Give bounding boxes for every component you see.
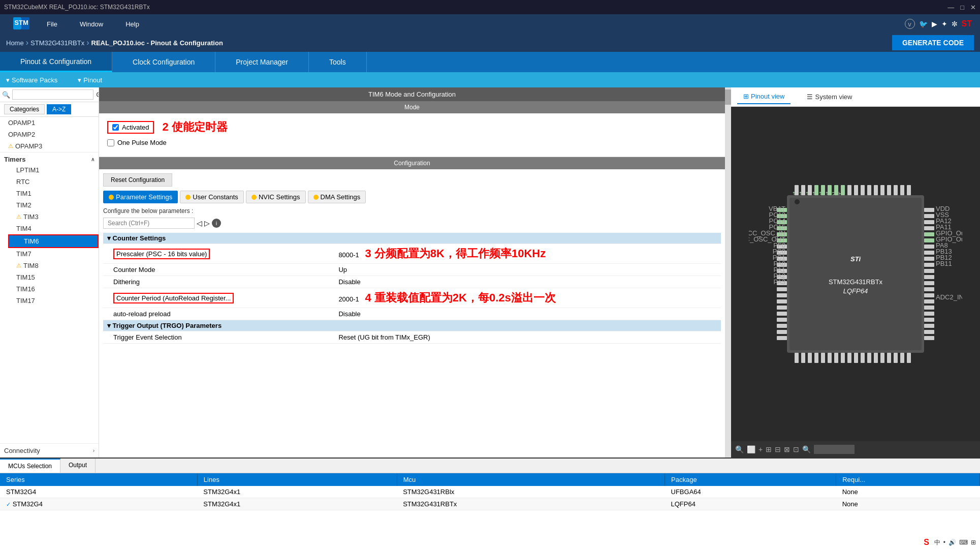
vscroll[interactable] [725,87,731,458]
svg-rect-69 [854,185,858,195]
table-row: Dithering Disable [103,276,721,288]
info-icon: i [212,219,221,228]
sidebar-item-tim6[interactable]: ✓ TIM6 [8,234,99,248]
sidebar-item-tim1[interactable]: TIM1 [8,188,99,199]
file-menu[interactable]: File [37,17,68,31]
svg-rect-66 [834,185,838,195]
config-content: TIM6 Mode and Configuration Mode Activat… [99,87,725,458]
sidebar-item-tim3[interactable]: ⚠ TIM3 [8,211,99,223]
settings-icon[interactable]: ⚙ [96,90,99,99]
sidebar-item-tim17[interactable]: TIM17 [8,295,99,307]
tab-tools[interactable]: Tools [309,52,367,72]
subtab-software-packs[interactable]: ▾ Software Packs [6,76,57,84]
window-menu[interactable]: Window [70,17,113,31]
dot-nvic [251,195,257,200]
status-dot: • [943,539,945,546]
sidebar-search-input[interactable] [12,89,93,100]
connectivity-label: Connectivity [4,447,40,454]
tab-pinout-config[interactable]: Pinout & Configuration [0,52,112,72]
system-view-tab[interactable]: ☰ System view [801,90,858,104]
one-pulse-checkbox[interactable] [107,139,114,146]
row1-mcu: STM32G431RBlx [397,486,665,498]
close-button[interactable]: ✕ [970,4,976,11]
svg-rect-68 [847,185,851,195]
logo: STM [8,15,35,33]
th-mcu: Mcu [397,473,665,486]
sidebar-item-tim15[interactable]: TIM15 [8,271,99,283]
help-menu[interactable]: Help [115,17,149,31]
sidebar-item-opamp3[interactable]: ⚠ OPAMP3 [0,140,99,152]
layout-icon-3[interactable]: ⊠ [784,445,790,453]
svg-rect-64 [821,185,825,195]
svg-rect-58 [924,330,934,334]
sidebar-item-tim8[interactable]: ⚠ TIM8 [8,260,99,271]
svg-rect-47 [924,263,934,267]
sidebar-item-tim2[interactable]: TIM2 [8,199,99,211]
minimize-button[interactable]: — [947,4,954,11]
svg-rect-82 [821,353,825,363]
zoom-in-icon[interactable]: + [758,445,763,453]
next-search-icon[interactable]: ▷ [204,219,210,227]
svg-rect-93 [894,353,898,363]
maximize-button[interactable]: □ [960,4,964,11]
zoom-out-icon[interactable]: 🔍 [735,445,744,453]
param-tab-settings[interactable]: Parameter Settings [103,191,178,203]
layout-icon-4[interactable]: ⊡ [793,445,799,453]
search-zoom-icon[interactable]: 🔍 [802,445,811,453]
sidebar-item-rtc[interactable]: RTC [8,176,99,188]
sidebar-item-tim7[interactable]: TIM7 [8,248,99,260]
layout-icon-2[interactable]: ⊟ [775,445,781,453]
bottom-tab-output[interactable]: Output [60,459,96,473]
collapse-timers-icon: ∧ [91,157,94,162]
chevron-down-icon-2: ▾ [78,76,81,84]
sidebar-item-lptim1[interactable]: LPTIM1 [8,164,99,176]
subtabbar: ▾ Software Packs ▾ Pinout [0,72,980,87]
sidebar-item-tim16[interactable]: TIM16 [8,283,99,295]
bottom-tabs: MCUs Selection Output [0,459,980,473]
reset-config-button[interactable]: Reset Configuration [103,173,172,187]
scrollbar-thumb[interactable] [725,89,731,105]
bottom-data-table: Series Lines Mcu Package Requi... STM32G… [0,473,980,510]
sidebar-item-opamp2[interactable]: OPAMP2 [0,129,99,140]
param-tab-nvic[interactable]: NVIC Settings [246,191,306,203]
svg-rect-46 [924,257,934,261]
layout-icon-1[interactable]: ⊞ [766,445,772,453]
titlebar: STM32CubeMX REAL_POJ10.ioc: STM32G431RBT… [0,0,980,14]
param-tab-dma[interactable]: DMA Settings [308,191,366,203]
one-pulse-row: One Pulse Mode [107,139,717,146]
atoz-button[interactable]: A->Z [47,104,71,114]
status-chinese: 中 [934,538,940,547]
pinout-view-tab[interactable]: ⊞ Pinout view [737,89,791,104]
fit-icon[interactable]: ⬜ [747,445,755,453]
activated-checkbox[interactable] [112,124,119,131]
svg-text:PB11: PB11 [936,260,952,267]
mode-section: Activated 2 使能定时器 One Pulse Mode [99,113,725,157]
param-tab-user-constants[interactable]: User Constants [180,191,244,203]
row1-req: None [836,486,980,498]
twitter-icon: ✦ [941,20,947,28]
sidebar-item-opamp1[interactable]: OPAMP1 [0,117,99,129]
prev-search-icon[interactable]: ◁ [197,219,202,227]
param-search-input[interactable] [103,218,195,229]
tab-clock-config[interactable]: Clock Configuration [112,52,215,72]
sidebar-item-tim4[interactable]: TIM4 [8,223,99,234]
subtab-pinout[interactable]: ▾ Pinout [78,76,102,84]
generate-code-button[interactable]: GENERATE CODE [892,35,974,50]
svg-rect-81 [814,353,818,363]
table-row: Counter Mode Up [103,264,721,276]
svg-rect-59 [924,336,934,340]
search-icon: 🔍 [2,91,10,99]
table-row: Counter Period (AutoReload Register... 2… [103,288,721,308]
breadcrumb-project: REAL_POJ10.ioc - Pinout & Configuration [91,39,223,47]
zoom-input[interactable] [814,445,855,454]
timers-section[interactable]: Timers ∧ [0,152,99,164]
categories-button[interactable]: Categories [4,104,45,114]
pinout-area: ⊞ Pinout view ☰ System view GPIO_O [731,87,980,458]
tab-project-manager[interactable]: Project Manager [215,52,309,72]
chip-container: GPIO_Output GPIO_Output GPIO_Output GPIO… [731,107,980,441]
breadcrumb-home[interactable]: Home [6,39,24,47]
connectivity-section[interactable]: Connectivity › [0,443,99,458]
breadcrumb-mcu[interactable]: STM32G431RBTx [30,39,84,47]
bottom-tab-mcus[interactable]: MCUs Selection [0,459,60,473]
svg-rect-36 [777,330,787,334]
